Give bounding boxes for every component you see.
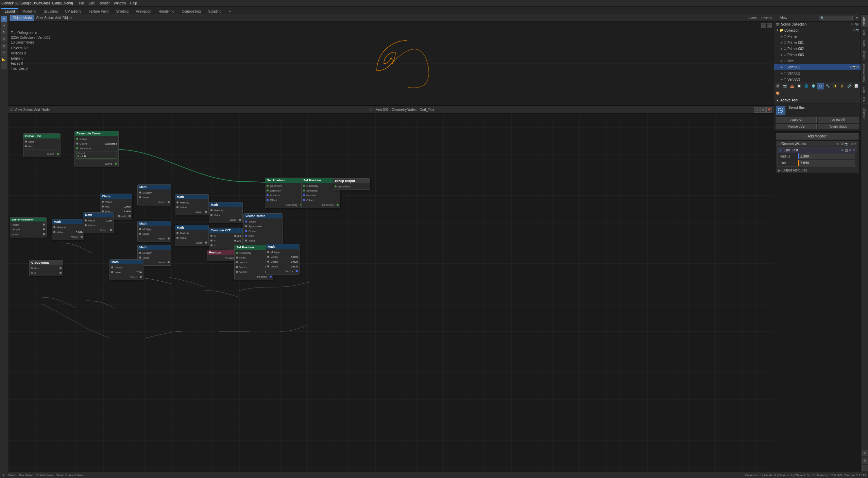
toggle-stack-btn[interactable]: Toggle Stack	[818, 124, 858, 129]
node-multiply2[interactable]: Math Multiply Value Value	[137, 184, 171, 205]
menu-help[interactable]: Help	[128, 1, 139, 5]
tab-modeling[interactable]: Modeling	[19, 9, 40, 14]
prop-world[interactable]: 🌍	[810, 83, 817, 89]
viewport-object-btn[interactable]: Object	[63, 16, 72, 20]
tab-shading[interactable]: Shading	[113, 9, 132, 14]
tab-sculpting[interactable]: Sculpting	[40, 9, 61, 14]
ne-tool2[interactable]: ◉	[760, 107, 766, 113]
ne-tool1[interactable]: ⊙	[754, 107, 760, 113]
viewport-vis-btn[interactable]: Viewport Vis	[776, 124, 817, 129]
geomnodes-cam[interactable]: 🖼	[840, 142, 844, 146]
tab-animation[interactable]: Animation	[133, 9, 154, 14]
prop-object[interactable]: ⬡	[817, 83, 824, 89]
vtab-extra-btn[interactable]: ☰	[862, 465, 868, 471]
breadcrumb-vert001[interactable]: Vert.001	[376, 108, 389, 112]
ne-add-menu[interactable]: Add	[34, 108, 40, 112]
tool-annotate[interactable]: ✏	[1, 50, 7, 56]
ne-pin[interactable]: 📌	[766, 107, 772, 113]
coll-cam[interactable]: 📷	[855, 29, 859, 32]
tab-uv-editing[interactable]: UV Editing	[62, 9, 85, 14]
viewport-canvas[interactable]: Top Orthographic (229) Collection | Vert…	[8, 22, 774, 105]
prop-view-layer[interactable]: 🔲	[796, 83, 802, 89]
node-editor-body[interactable]: Curve Line Start End Curve Resample Curv…	[8, 114, 774, 472]
select-box-icon[interactable]	[776, 106, 785, 115]
param-curl-field[interactable]: 7.890	[798, 160, 855, 166]
prop-data[interactable]: 📊	[853, 83, 860, 89]
prop-material[interactable]: 🎨	[774, 90, 781, 97]
prop-output[interactable]: 📤	[788, 83, 795, 89]
node-multiply4[interactable]: Math Multiply Value Value	[209, 202, 243, 223]
vtab-bottom-btn[interactable]: ⊕	[862, 450, 868, 456]
sc-cam[interactable]: 📷	[855, 23, 858, 26]
tree-vert[interactable]: ▶ ⬡ Vert	[774, 58, 861, 64]
tool-transform[interactable]: ⊕	[1, 43, 7, 49]
geomnodes-settings[interactable]: ⚙	[850, 142, 853, 146]
breadcrumb-curltest[interactable]: Curl_Test	[420, 108, 434, 112]
sc-eye[interactable]: 👁	[851, 23, 854, 26]
tool-scale[interactable]: ⤢	[1, 36, 7, 42]
node-editor[interactable]: ⬡ View Select Add Node ⬡ › Vert.001 › Ge…	[8, 106, 774, 472]
vtab-item[interactable]: Item	[861, 84, 868, 95]
vtab-arrange[interactable]: Arrange	[861, 105, 868, 121]
tree-vert003[interactable]: ▶ ⬡ Vert.003	[774, 76, 861, 82]
ne-node-menu[interactable]: Node	[41, 108, 50, 112]
tab-texture-paint[interactable]: Texture Paint	[85, 9, 112, 14]
node-spline-parameter[interactable]: Spline Parameter Factor Length Index	[10, 217, 47, 237]
tree-primer001[interactable]: ▶ ⬡ Primer.001	[774, 39, 861, 46]
node-divide[interactable]: Math Divide Value0.000 Value	[109, 259, 143, 280]
output-attributes-row[interactable]: ▶ Output Attributes	[776, 168, 858, 173]
vtab-settings-btn[interactable]: ⚙	[862, 458, 868, 464]
viewport-view-btn[interactable]: View	[36, 16, 43, 20]
tab-layout[interactable]: Layout	[1, 8, 18, 14]
tree-primer003[interactable]: ▶ ⬡ Primer.003	[774, 52, 861, 58]
curltest-cam[interactable]: 🖼	[845, 149, 848, 152]
menu-render[interactable]: Render	[97, 1, 112, 5]
geomnodes-close[interactable]: ✕	[854, 142, 857, 146]
node-group-output[interactable]: Group Output Geometry	[333, 178, 370, 190]
prop-render[interactable]: 📷	[781, 83, 788, 89]
prop-scene2[interactable]: 🌐	[803, 83, 810, 89]
breadcrumb-geomnodes[interactable]: GeometryNodes	[392, 108, 416, 112]
tree-primer002[interactable]: ▶ ⬡ Primer.002	[774, 46, 861, 52]
tool-measure[interactable]: 📐	[1, 56, 7, 63]
viewport-top[interactable]: Object Mode View Select Add Object Globa…	[8, 14, 774, 106]
tree-vert002[interactable]: ▶ ⬡ Vert.002	[774, 70, 861, 76]
prop-modifier[interactable]: 🔧	[824, 83, 831, 89]
tool-rotate[interactable]: ↻	[1, 29, 7, 35]
node-group-input[interactable]: Group Input Radius Curl	[29, 260, 63, 276]
node-multiply6[interactable]: Math Multiply Value Value	[175, 225, 209, 246]
tool-move[interactable]: ✛	[1, 22, 7, 29]
tree-primer[interactable]: ▶ ⬡ Primer	[774, 33, 861, 39]
vert001-cam[interactable]: 📷	[852, 65, 856, 69]
viewport-mode-btn[interactable]: Object Mode	[10, 15, 34, 21]
outliner-filter-btn[interactable]: ▼	[855, 16, 858, 20]
node-multiply1[interactable]: Math Multiply Value0.010 Value	[52, 219, 84, 240]
vtab-tool[interactable]: Tool	[861, 28, 868, 38]
tab-scripting[interactable]: Scripting	[205, 9, 225, 14]
node-multiply7[interactable]: Math Multiply Vector0.000 Vector0.000 Ve…	[266, 244, 300, 275]
tab-add[interactable]: +	[225, 9, 234, 14]
active-tool-header[interactable]: ▼ Active Tool	[774, 97, 861, 103]
modifier-geomnodes-header[interactable]: ⬡ GeometryNodes 👁 🖼 📷 ⚙ ✕	[776, 141, 858, 146]
curltest-settings[interactable]: ⚙	[849, 149, 852, 152]
node-set-position1[interactable]: Set Position Geometry Selection Position…	[265, 178, 304, 208]
node-math-ll1[interactable]: Math Value0.000 Value Value	[83, 212, 114, 233]
viewport-add-btn[interactable]: Add	[55, 16, 61, 20]
menu-edit[interactable]: Edit	[87, 1, 97, 5]
ne-view-menu[interactable]: View	[15, 108, 22, 112]
sub-modifier-curltest-header[interactable]: ⬡ Curl_Test 👁 🖼 ⚙ ✕	[778, 148, 857, 153]
tab-rendering[interactable]: Rendering	[155, 9, 178, 14]
tab-compositing[interactable]: Compositing	[178, 9, 204, 14]
tree-vert001[interactable]: ▶ ⬡ Vert.001 👁 📷 🖼	[774, 64, 861, 70]
vtab-view[interactable]: View	[861, 38, 868, 49]
geomnodes-render[interactable]: 📷	[845, 142, 848, 146]
add-modifier-btn[interactable]: Add Modifier	[776, 133, 858, 139]
node-resample-curve[interactable]: Resample Curve Curve CountEvaluated Sele…	[74, 131, 119, 167]
geomnodes-eye[interactable]: 👁	[836, 142, 839, 146]
vert001-eye[interactable]: 👁	[849, 65, 852, 69]
prop-physics[interactable]: ⚡	[838, 83, 845, 89]
coll-eye[interactable]: 👁	[852, 29, 855, 32]
tree-collection[interactable]: ▼ 📁 Collection 👁 📷	[774, 27, 861, 33]
overlay-btn[interactable]: ⊙	[761, 23, 766, 28]
tool-select[interactable]: ↖	[1, 16, 7, 22]
